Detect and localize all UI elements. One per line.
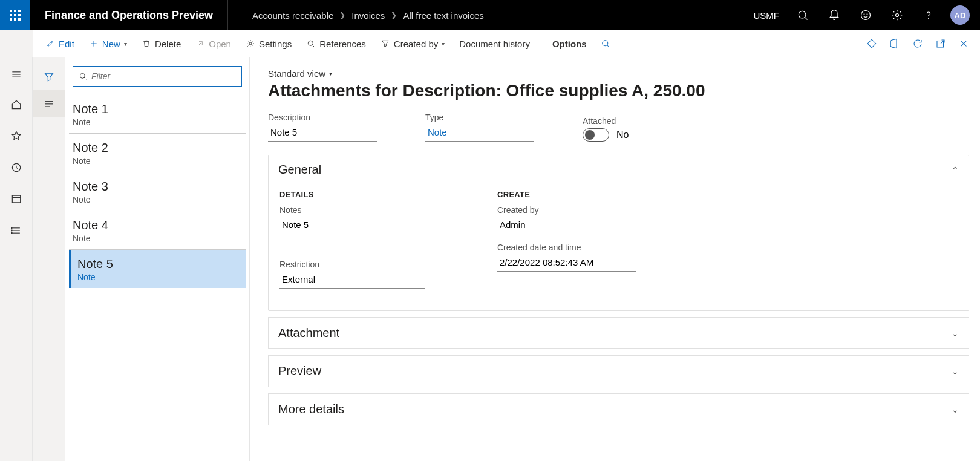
description-field: Description Note 5 bbox=[268, 113, 377, 142]
favorites-button[interactable] bbox=[0, 123, 32, 149]
breadcrumb-item-invoices[interactable]: Invoices bbox=[351, 10, 385, 21]
general-section-header[interactable]: General ⌃ bbox=[269, 155, 969, 184]
list-item[interactable]: Note 3 Note bbox=[69, 172, 246, 211]
office-addin-button[interactable] bbox=[883, 30, 906, 57]
list-item-title: Note 2 bbox=[73, 141, 242, 155]
attachment-section-header[interactable]: Attachment ⌄ bbox=[269, 318, 969, 348]
refresh-button[interactable] bbox=[906, 30, 929, 57]
general-title: General bbox=[278, 163, 321, 177]
type-value[interactable]: Note bbox=[425, 125, 534, 142]
createdby-label: Created by bbox=[497, 205, 636, 215]
create-column: CREATE Created by Admin Created date and… bbox=[497, 190, 636, 297]
chevron-right-icon: ❯ bbox=[391, 11, 397, 19]
page-title: Attachments for Description: Office supp… bbox=[268, 81, 969, 100]
list-panel-button[interactable] bbox=[33, 90, 65, 117]
list-item[interactable]: Note 4 Note bbox=[69, 211, 246, 250]
list-item[interactable]: Note 5 Note bbox=[69, 250, 246, 288]
chevron-down-icon: ▾ bbox=[329, 70, 332, 77]
breadcrumb-item-freetext[interactable]: All free text invoices bbox=[403, 10, 483, 21]
view-name: Standard view bbox=[268, 68, 325, 79]
svg-point-27 bbox=[11, 230, 12, 231]
smile-icon bbox=[860, 9, 872, 21]
command-bar: Edit New ▾ Delete Open Settings Referenc… bbox=[33, 30, 980, 57]
modules-button[interactable] bbox=[0, 217, 32, 244]
references-button[interactable]: References bbox=[299, 30, 373, 57]
createddt-value[interactable]: 2/22/2022 08:52:43 AM bbox=[497, 255, 636, 272]
chevron-down-icon: ▾ bbox=[124, 41, 127, 47]
createdby-filter-button[interactable]: Created by ▾ bbox=[373, 30, 452, 57]
svg-line-1 bbox=[805, 17, 807, 19]
popout-icon bbox=[935, 38, 946, 49]
attachment-title: Attachment bbox=[278, 326, 339, 340]
feedback-button[interactable] bbox=[852, 0, 880, 30]
filter-panel-button[interactable] bbox=[33, 64, 65, 90]
action-search-button[interactable] bbox=[594, 30, 617, 57]
filter-search-box[interactable] bbox=[73, 66, 242, 87]
hamburger-icon bbox=[10, 68, 22, 80]
preview-section-header[interactable]: Preview ⌄ bbox=[269, 356, 969, 387]
chevron-right-icon: ❯ bbox=[339, 11, 345, 19]
diamond-icon bbox=[866, 38, 877, 49]
settings-menu-button[interactable]: Settings bbox=[238, 30, 299, 57]
filter-input[interactable] bbox=[91, 71, 237, 81]
refresh-icon bbox=[912, 38, 923, 49]
popout-button[interactable] bbox=[929, 30, 952, 57]
attached-value: No bbox=[616, 129, 629, 140]
references-label: References bbox=[319, 39, 366, 49]
svg-point-4 bbox=[867, 14, 867, 15]
description-value[interactable]: Note 5 bbox=[268, 125, 377, 142]
restriction-label: Restriction bbox=[279, 260, 425, 269]
delete-label: Delete bbox=[155, 39, 181, 49]
workspaces-button[interactable] bbox=[0, 186, 32, 212]
type-label: Type bbox=[425, 113, 534, 122]
app-launcher-button[interactable] bbox=[0, 0, 30, 30]
home-button[interactable] bbox=[0, 91, 32, 118]
breadcrumb-item-ar[interactable]: Accounts receivable bbox=[252, 10, 333, 21]
delete-button[interactable]: Delete bbox=[134, 30, 188, 57]
top-nav-bar: Finance and Operations Preview Accounts … bbox=[0, 0, 980, 30]
help-button[interactable] bbox=[915, 0, 942, 30]
hamburger-button[interactable] bbox=[0, 62, 32, 87]
company-selector[interactable]: USMF bbox=[754, 10, 780, 21]
list-item-type: Note bbox=[73, 156, 242, 166]
gear-icon bbox=[891, 9, 903, 21]
pencil-icon bbox=[45, 39, 55, 48]
page-options-button[interactable] bbox=[860, 30, 883, 57]
notes-textarea-underline[interactable] bbox=[279, 252, 425, 252]
search-button[interactable] bbox=[789, 0, 817, 30]
list-item-type: Note bbox=[73, 195, 242, 204]
createdby-value[interactable]: Admin bbox=[497, 217, 636, 234]
close-button[interactable] bbox=[952, 30, 975, 57]
options-tab[interactable]: Options bbox=[545, 30, 594, 57]
preview-title: Preview bbox=[278, 364, 321, 378]
recent-button[interactable] bbox=[0, 154, 32, 181]
list-item[interactable]: Note 1 Note bbox=[69, 95, 246, 134]
star-icon bbox=[10, 130, 22, 142]
restriction-value[interactable]: External bbox=[279, 272, 425, 289]
open-button: Open bbox=[188, 30, 238, 57]
edit-button[interactable]: Edit bbox=[38, 30, 82, 57]
attachment-section: Attachment ⌄ bbox=[268, 317, 969, 349]
user-avatar[interactable]: AD bbox=[946, 0, 974, 30]
funnel-icon bbox=[381, 39, 390, 48]
new-button[interactable]: New ▾ bbox=[82, 30, 134, 57]
waffle-icon bbox=[10, 10, 21, 21]
view-selector[interactable]: Standard view ▾ bbox=[268, 68, 969, 79]
createddt-label: Created date and time bbox=[497, 243, 636, 252]
more-details-section-header[interactable]: More details ⌄ bbox=[269, 394, 969, 425]
attached-toggle[interactable] bbox=[583, 128, 609, 142]
chevron-up-icon: ⌃ bbox=[952, 165, 959, 175]
list-lines-icon bbox=[43, 97, 55, 110]
breadcrumb: Accounts receivable ❯ Invoices ❯ All fre… bbox=[252, 10, 484, 21]
modules-icon bbox=[10, 224, 22, 237]
settings-button[interactable] bbox=[883, 0, 911, 30]
create-heading: CREATE bbox=[497, 190, 636, 199]
svg-point-5 bbox=[896, 14, 899, 17]
notifications-button[interactable] bbox=[820, 0, 848, 30]
list-item[interactable]: Note 2 Note bbox=[69, 134, 246, 172]
list-item-title: Note 3 bbox=[73, 180, 242, 194]
close-icon bbox=[958, 38, 969, 49]
notes-value[interactable]: Note 5 bbox=[279, 217, 425, 234]
document-history-button[interactable]: Document history bbox=[452, 30, 537, 57]
more-title: More details bbox=[278, 402, 344, 416]
